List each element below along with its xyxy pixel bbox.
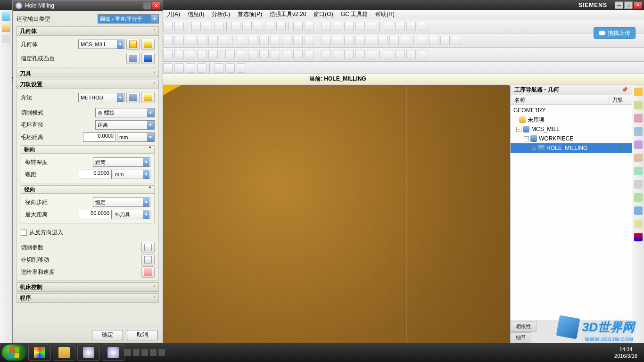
tb-icon[interactable]: [231, 22, 240, 31]
tb-icon[interactable]: [163, 63, 173, 73]
tb-icon[interactable]: [174, 63, 184, 73]
tb-icon[interactable]: [214, 22, 223, 31]
tb-icon[interactable]: [254, 22, 263, 31]
menu-help[interactable]: 帮助(H): [372, 10, 398, 18]
specify-hole-button[interactable]: [126, 53, 140, 64]
taskbar-app-3[interactable]: [77, 345, 100, 361]
collapse-icon[interactable]: −: [516, 127, 521, 132]
flashlight-button[interactable]: [141, 53, 155, 64]
menu-analysis[interactable]: 分析(L): [208, 10, 234, 18]
pin-icon[interactable]: 📌: [621, 87, 628, 93]
rail-icon[interactable]: [634, 88, 643, 96]
menu-info[interactable]: 信息(I): [184, 10, 208, 18]
tb-icon[interactable]: [163, 36, 173, 45]
geometry-combo[interactable]: MCS_MILL▼: [78, 40, 124, 49]
tb-icon[interactable]: [208, 36, 218, 45]
tb-icon[interactable]: [265, 22, 274, 31]
tb-icon[interactable]: [282, 36, 291, 45]
radial-step-combo[interactable]: 恒定▼: [93, 197, 150, 207]
path-settings-header[interactable]: 刀轨设置˄: [17, 80, 159, 89]
tb-icon[interactable]: [429, 36, 438, 45]
pitch-input[interactable]: 0.2000: [79, 170, 112, 179]
menu-gc-toolbox[interactable]: GC 工具箱: [337, 10, 372, 18]
axial-header[interactable]: 轴向˄: [21, 145, 155, 154]
tb-icon[interactable]: [355, 36, 365, 45]
dialog-title-bar[interactable]: Hole Milling ✕: [13, 0, 163, 11]
tb-icon[interactable]: [248, 50, 257, 59]
tb-icon[interactable]: [225, 50, 235, 59]
motion-output-combo[interactable]: 圆弧 - 垂直/平行于▼: [98, 14, 159, 24]
system-tray[interactable]: [124, 349, 165, 356]
close-window-button[interactable]: ✕: [634, 1, 642, 9]
tool-header[interactable]: 刀具˅: [17, 69, 159, 78]
tb-icon[interactable]: [440, 36, 450, 45]
tb-icon[interactable]: [174, 22, 184, 31]
radial-header[interactable]: 径向˄: [21, 185, 155, 194]
method-edit-button[interactable]: [126, 92, 140, 103]
method-combo[interactable]: METHOD▼: [78, 93, 124, 102]
tb-icon[interactable]: [389, 36, 399, 45]
tb-icon[interactable]: [203, 22, 212, 31]
tb-icon[interactable]: [259, 50, 269, 59]
nav-tree[interactable]: GEOMETRY 未用项 −MCS_MILL −WORKPIECE ⚠HOLE_…: [511, 105, 632, 321]
rail-icon[interactable]: [634, 114, 643, 123]
rail-icon[interactable]: [634, 193, 643, 202]
tree-row-unused[interactable]: 未用项: [511, 115, 632, 124]
feed-speed-button[interactable]: [141, 266, 155, 278]
tb-icon[interactable]: [344, 22, 354, 31]
tab-dependency[interactable]: 相依性: [511, 321, 537, 332]
minimize-button[interactable]: —: [615, 1, 623, 9]
tb-icon[interactable]: [344, 50, 354, 59]
tb-icon[interactable]: [174, 36, 184, 45]
tb-icon[interactable]: [186, 63, 195, 73]
tb-icon[interactable]: [293, 22, 303, 31]
rail-icon[interactable]: [634, 127, 643, 136]
menu-window[interactable]: 窗口(O): [310, 10, 337, 18]
dialog-close-icon[interactable]: ✕: [152, 2, 160, 9]
tb-icon[interactable]: [322, 50, 331, 59]
tb-icon[interactable]: [367, 22, 376, 31]
geometry-edit-button[interactable]: [126, 39, 140, 50]
tb-icon[interactable]: [322, 22, 331, 31]
3d-viewport[interactable]: [163, 85, 510, 343]
tb-icon[interactable]: [237, 50, 246, 59]
tree-row-mcs[interactable]: −MCS_MILL: [511, 124, 632, 134]
tb-icon[interactable]: [305, 36, 314, 45]
rail-icon[interactable]: [634, 101, 643, 109]
start-button[interactable]: [2, 345, 26, 361]
method-wrench-button[interactable]: [141, 92, 155, 103]
tb-icon[interactable]: [237, 36, 246, 45]
tb-icon[interactable]: [225, 63, 235, 73]
taskbar-app-2[interactable]: [53, 345, 75, 361]
menu-tool[interactable]: 刀(A): [163, 10, 184, 18]
tb-icon[interactable]: [282, 50, 291, 59]
tree-row-hole-milling[interactable]: ⚠HOLE_MILLING✔: [511, 143, 632, 153]
tb-icon[interactable]: [367, 50, 376, 59]
tb-icon[interactable]: [367, 36, 376, 45]
taskbar-app-4[interactable]: [102, 345, 124, 361]
taskbar-app-1[interactable]: [28, 345, 51, 361]
tb-icon[interactable]: [293, 36, 303, 45]
program-header[interactable]: 程序˅: [17, 293, 159, 303]
tb-icon[interactable]: [220, 36, 229, 45]
noncut-move-button[interactable]: [141, 254, 155, 265]
tb-icon[interactable]: [452, 36, 461, 45]
rail-icon-2[interactable]: [2, 24, 10, 32]
rail-icon[interactable]: [634, 233, 643, 241]
cancel-button[interactable]: 取消: [127, 330, 158, 340]
blank-diameter-combo[interactable]: 距离▼: [95, 120, 155, 130]
rail-icon[interactable]: [634, 140, 643, 149]
settings-icon[interactable]: [143, 2, 151, 9]
geometry-wrench-button[interactable]: [141, 39, 155, 50]
tb-icon[interactable]: [384, 50, 393, 59]
tb-icon[interactable]: [406, 22, 416, 31]
ok-button[interactable]: 确定: [92, 330, 123, 340]
tb-icon[interactable]: [333, 36, 342, 45]
tb-icon[interactable]: [406, 50, 416, 59]
tb-icon[interactable]: [197, 63, 206, 73]
rail-icon[interactable]: [634, 180, 643, 189]
tb-icon[interactable]: [418, 50, 427, 59]
col-name[interactable]: 名称: [511, 95, 609, 104]
upload-button[interactable]: 拖拽上传: [594, 27, 636, 39]
rail-icon[interactable]: [634, 206, 643, 215]
